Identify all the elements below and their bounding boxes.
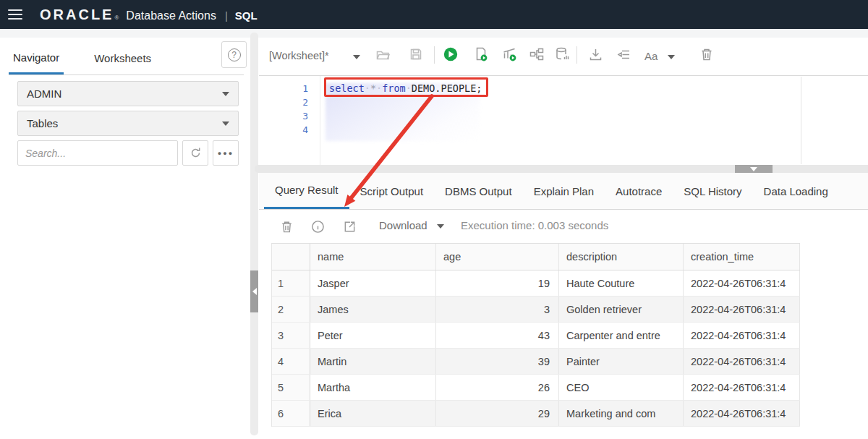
object-type-select[interactable]: Tables — [17, 111, 239, 136]
cell-name[interactable]: Martha — [310, 375, 436, 400]
clear-worksheet-button[interactable] — [699, 46, 715, 62]
cell-description[interactable]: Marketing and com — [559, 401, 684, 426]
trash-icon — [699, 47, 714, 61]
run-script-button[interactable] — [473, 46, 489, 62]
open-in-new-button[interactable] — [342, 219, 357, 234]
search-input[interactable] — [17, 140, 178, 166]
info-button[interactable] — [310, 219, 325, 234]
font-size-caret-icon[interactable] — [668, 55, 675, 59]
run-script-icon — [473, 46, 489, 62]
help-icon: ? — [228, 48, 241, 61]
row-number[interactable]: 4 — [272, 349, 310, 374]
tab-autotrace[interactable]: Autotrace — [605, 173, 673, 209]
row-number[interactable]: 2 — [272, 297, 310, 322]
schema-select[interactable]: ADMIN — [17, 81, 239, 106]
run-statement-button[interactable] — [443, 46, 459, 62]
cell-creation-time[interactable]: 2022-04-26T06:31:4 — [684, 297, 800, 322]
cell-name[interactable]: Erica — [310, 401, 436, 426]
product-title: Database Actions — [126, 9, 216, 22]
collapse-down-icon — [750, 167, 757, 171]
serveroutput-button[interactable] — [555, 46, 571, 62]
cell-description[interactable]: CEO — [559, 375, 684, 400]
sidebar-collapse-handle[interactable] — [250, 270, 258, 312]
chevron-down-icon — [222, 92, 229, 96]
column-header-name[interactable]: name — [310, 244, 436, 270]
explain-plan-button[interactable] — [502, 46, 518, 62]
table-row: 5 Martha 26 CEO 2022-04-26T06:31:4 — [272, 375, 800, 401]
sidebar: Navigator Worksheets ? ADMIN Tables ●●● — [0, 38, 246, 439]
cell-age[interactable]: 39 — [436, 349, 559, 374]
row-number[interactable]: 6 — [272, 401, 310, 426]
cell-name[interactable]: James — [310, 297, 436, 322]
font-size-button[interactable]: Aa — [644, 50, 658, 62]
cell-description[interactable]: Painter — [559, 349, 684, 374]
row-number[interactable]: 5 — [272, 375, 310, 400]
results-grid: name age description creation_time 1 Jas… — [271, 243, 800, 427]
download-button[interactable] — [587, 46, 603, 62]
cell-name[interactable]: Peter — [310, 323, 436, 348]
horizontal-splitter[interactable] — [255, 165, 868, 173]
trash-icon — [280, 220, 294, 234]
cell-name[interactable]: Martin — [310, 349, 436, 374]
cell-creation-time[interactable]: 2022-04-26T06:31:4 — [684, 270, 800, 296]
cell-creation-time[interactable]: 2022-04-26T06:31:4 — [684, 375, 800, 400]
help-button[interactable]: ? — [221, 41, 247, 68]
tab-sql-history[interactable]: SQL History — [673, 173, 752, 209]
execution-time: Execution time: 0.003 seconds — [461, 219, 608, 231]
save-button[interactable] — [408, 46, 424, 62]
editor-scroll-track[interactable] — [801, 77, 801, 164]
cell-name[interactable]: Jasper — [310, 270, 436, 296]
whitespace-dot: · — [376, 82, 382, 94]
line-number: 1 — [259, 82, 308, 95]
cell-age[interactable]: 19 — [436, 270, 559, 296]
refresh-button[interactable] — [182, 140, 208, 166]
cell-age[interactable]: 43 — [436, 323, 559, 348]
sql-object: DEMO.PEOPLE; — [412, 82, 482, 94]
dbms-output-icon — [555, 46, 571, 62]
clear-results-button[interactable] — [279, 219, 294, 234]
cell-age[interactable]: 3 — [436, 297, 559, 322]
tab-dbms-output[interactable]: DBMS Output — [434, 173, 523, 209]
download-caret-icon[interactable] — [437, 224, 444, 229]
menu-icon[interactable] — [8, 9, 22, 20]
collapse-left-icon — [252, 288, 257, 295]
vertical-splitter[interactable] — [250, 33, 258, 435]
info-icon — [311, 220, 325, 234]
tab-script-output[interactable]: Script Output — [349, 173, 435, 209]
sidebar-tabbar: Navigator Worksheets — [9, 43, 244, 75]
table-row: 1 Jasper 19 Haute Couture 2022-04-26T06:… — [272, 270, 800, 297]
tab-data-loading[interactable]: Data Loading — [753, 173, 839, 209]
row-number[interactable]: 1 — [272, 270, 310, 296]
schema-select-value: ADMIN — [27, 88, 222, 100]
sql-statement[interactable]: select·*·from·DEMO.PEOPLE; — [329, 82, 482, 95]
whitespace-dot: · — [406, 82, 412, 94]
more-actions-button[interactable]: ●●● — [213, 140, 239, 166]
cell-creation-time[interactable]: 2022-04-26T06:31:4 — [684, 401, 800, 426]
worksheet-menu-caret-icon[interactable] — [353, 55, 360, 59]
panel-collapse-handle[interactable] — [735, 165, 773, 173]
cell-age[interactable]: 26 — [436, 375, 559, 400]
refresh-icon — [190, 147, 202, 159]
autotrace-icon — [529, 46, 545, 62]
cell-description[interactable]: Golden retriever — [559, 297, 684, 322]
tab-navigator[interactable]: Navigator — [9, 51, 64, 74]
row-number[interactable]: 3 — [272, 323, 310, 348]
autotrace-button[interactable] — [529, 46, 545, 62]
download-menu-button[interactable]: Download — [379, 219, 427, 231]
worksheet-title[interactable]: [Worksheet]* — [269, 50, 329, 61]
column-header-description[interactable]: description — [559, 244, 684, 270]
cell-description[interactable]: Carpenter and entre — [559, 323, 684, 348]
sql-editor[interactable]: 1 2 3 4 select·*·from·DEMO.PEOPLE; — [259, 76, 868, 165]
cell-age[interactable]: 29 — [436, 401, 559, 426]
column-header-creation-time[interactable]: creation_time — [684, 244, 800, 270]
cell-creation-time[interactable]: 2022-04-26T06:31:4 — [684, 323, 800, 348]
run-icon — [443, 46, 459, 63]
column-header-age[interactable]: age — [436, 244, 559, 270]
format-button[interactable] — [616, 46, 631, 62]
tab-explain-plan[interactable]: Explain Plan — [523, 173, 605, 209]
cell-description[interactable]: Haute Couture — [559, 270, 684, 296]
cell-creation-time[interactable]: 2022-04-26T06:31:4 — [684, 349, 800, 374]
tab-query-result[interactable]: Query Result — [264, 173, 349, 209]
tab-worksheets[interactable]: Worksheets — [90, 52, 156, 73]
open-file-button[interactable] — [375, 46, 391, 62]
